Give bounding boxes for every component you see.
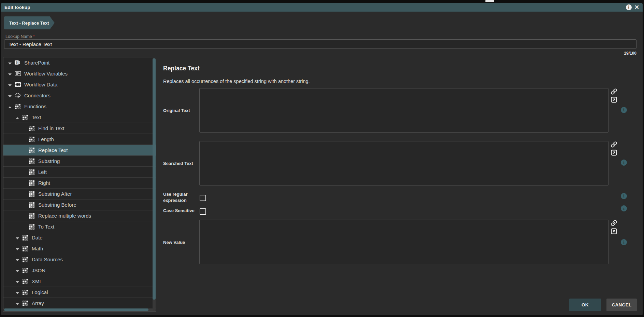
panel-heading: Replace Text [163,65,200,72]
tree-item-replace-multiple-words[interactable]: Replace multiple words [3,210,156,221]
functions-grid-icon [22,300,29,307]
info-icon[interactable]: i [621,193,627,199]
chevron-down-icon[interactable] [16,246,20,251]
tree-item-label: SharePoint [24,60,49,66]
chevron-down-icon[interactable] [8,93,12,98]
functions-grid-icon [28,180,35,187]
char-counter: 19/100 [624,51,636,56]
chevron-up-icon[interactable] [8,104,12,109]
tree-item-label: Length [38,136,54,142]
workflow-data-icon [14,81,21,88]
tree-item-left[interactable]: Left [3,167,156,178]
link-icon[interactable] [610,141,617,148]
tree-item-workflow-data[interactable]: Workflow Data [3,79,156,90]
edit-lookup-dialog: Edit lookup i ✕ Text - Replace Text Look… [1,3,643,315]
close-icon[interactable]: ✕ [634,4,639,10]
use-regex-checkbox[interactable] [200,195,206,201]
tree-item-substring-after[interactable]: Substring After [3,189,156,199]
tree-item-label: Substring [38,158,60,164]
tree-item-label: Substring Before [38,202,76,208]
external-link-icon[interactable] [610,96,617,103]
tree-item-text[interactable]: Text [3,112,156,123]
chevron-down-icon[interactable] [8,60,12,66]
chevron-up-icon[interactable] [16,114,20,120]
info-icon[interactable]: i [621,205,627,211]
functions-grid-icon [28,158,35,165]
required-asterisk: * [33,34,35,39]
chevron-down-icon[interactable] [16,278,20,284]
functions-grid-icon [28,169,35,176]
chevron-down-icon[interactable] [16,267,20,273]
case-sensitive-checkbox[interactable] [200,208,206,215]
tree-item-label: Math [32,246,43,251]
tree-item-sharepoint[interactable]: SSharePoint [3,57,156,68]
tree-item-label: Connectors [24,93,51,98]
external-link-icon[interactable] [610,149,617,156]
functions-grid-icon [28,125,35,132]
panel-description: Replaces all occurrences of the specifie… [163,79,310,84]
tree-vertical-scrollbar-thumb[interactable] [153,58,156,300]
tree-item-substring[interactable]: Substring [3,156,156,167]
case-sensitive-label: Case Sensitive [163,208,204,214]
tree-item-array[interactable]: Array [3,298,156,309]
tree-item-right[interactable]: Right [3,178,156,189]
chevron-down-icon[interactable] [16,289,20,295]
tree-item-substring-before[interactable]: Substring Before [3,199,156,210]
link-icon[interactable] [610,219,617,226]
tree-horizontal-scrollbar-thumb[interactable] [4,308,148,311]
info-icon[interactable]: i [621,107,627,113]
tree-item-label: Left [38,169,47,175]
cancel-button[interactable]: CANCEL [606,299,637,311]
chevron-down-icon[interactable] [16,257,20,262]
tab-text-replace-text[interactable]: Text - Replace Text [4,16,55,29]
ok-button[interactable]: OK [569,299,601,311]
tree-item-data-sources[interactable]: Data Sources [3,254,156,265]
chevron-down-icon[interactable] [16,235,20,240]
tree-item-connectors[interactable]: Connectors [3,90,156,101]
tree-item-json[interactable]: JSON [3,265,156,276]
external-link-icon[interactable] [610,228,617,235]
tree-item-label: Workflow Data [24,82,57,87]
tree-item-math[interactable]: Math [3,243,156,254]
use-regex-label: Use regular expression [163,191,197,203]
tree-item-replace-text[interactable]: Replace Text [3,145,156,156]
info-icon[interactable]: i [621,160,627,166]
functions-grid-icon [22,267,29,274]
link-icon[interactable] [610,88,617,95]
dialog-info-icon[interactable]: i [626,4,632,10]
searched-text-textarea[interactable] [199,141,609,185]
tree-item-to-text[interactable]: To Text [3,221,156,232]
tree-vertical-scrollbar[interactable] [153,58,156,312]
functions-grid-icon [22,289,29,296]
tree-item-label: Replace multiple words [38,213,91,219]
connectors-icon [14,92,21,99]
tree-item-label: Data Sources [32,257,63,262]
function-tree: SSharePointWorkflow VariablesWorkflow Da… [3,57,156,312]
tree-horizontal-scrollbar[interactable] [4,308,154,311]
tree-item-label: Substring After [38,191,72,197]
chevron-down-icon[interactable] [16,300,20,306]
tree-item-date[interactable]: Date [3,232,156,243]
chevron-down-icon[interactable] [8,71,12,77]
tree-item-functions[interactable]: Functions [3,101,156,112]
chevron-down-icon[interactable] [8,82,12,87]
tree-item-length[interactable]: Length [3,134,156,145]
tree-rows: SSharePointWorkflow VariablesWorkflow Da… [3,57,156,309]
functions-grid-icon [28,147,35,154]
tree-item-label: Replace Text [38,147,68,153]
functions-grid-icon [28,223,35,230]
functions-grid-icon [28,191,35,197]
functions-grid-icon [22,256,29,263]
info-icon[interactable]: i [621,239,627,245]
tree-item-logical[interactable]: Logical [3,287,156,298]
tree-item-label: Functions [24,104,46,109]
functions-grid-icon [22,245,29,252]
tree-item-workflow-variables[interactable]: Workflow Variables [3,68,156,79]
new-value-textarea[interactable] [199,220,609,264]
tree-item-label: Date [32,235,43,240]
lookup-name-input[interactable] [4,39,636,49]
tree-item-xml[interactable]: XML [3,276,156,287]
original-text-textarea[interactable] [199,88,609,133]
tree-item-label: To Text [38,224,54,230]
tree-item-find-in-text[interactable]: Find in Text [3,123,156,134]
